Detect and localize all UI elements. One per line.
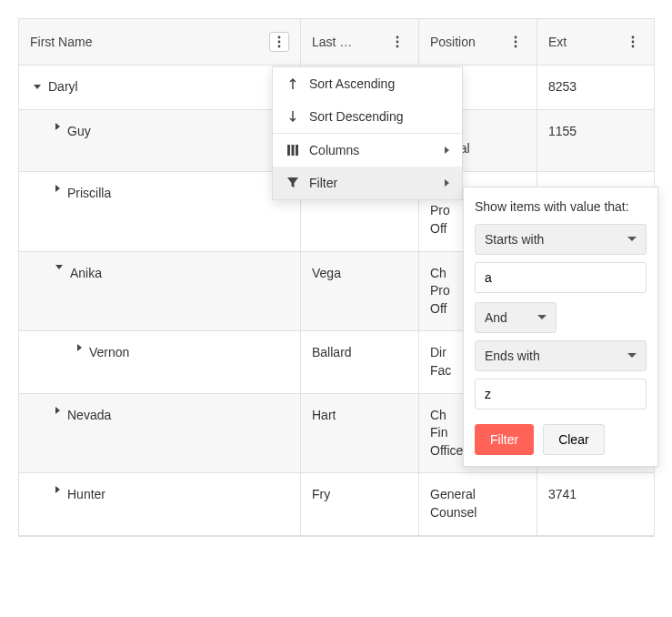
menu-columns[interactable]: Columns (273, 133, 462, 167)
first-name-value: Guy (67, 123, 91, 141)
ext-cell: 3741 (537, 473, 654, 534)
arrow-down-icon (286, 109, 300, 124)
position-value: Ch Pro Off (430, 265, 450, 319)
svg-point-10 (632, 41, 635, 44)
last-name-cell: Vega (301, 252, 419, 331)
expand-icon[interactable] (55, 123, 60, 130)
filter-clear-button[interactable]: Clear (543, 424, 604, 455)
column-menu-button-position[interactable] (506, 32, 526, 52)
filter-instruction: Show items with value that: (475, 198, 647, 217)
filter-operator-2[interactable]: Ends with (475, 340, 647, 371)
svg-point-4 (396, 41, 399, 44)
filter-operator-1[interactable]: Starts with (475, 224, 647, 255)
column-menu: Sort Ascending Sort Descending Columns F… (272, 66, 463, 200)
expand-icon[interactable] (77, 344, 82, 351)
filter-value-1[interactable] (475, 262, 647, 293)
last-name-value: Fry (312, 486, 330, 504)
tree-cell[interactable]: Daryl (19, 66, 301, 109)
tree-cell[interactable]: Hunter (19, 473, 301, 534)
svg-rect-14 (296, 145, 298, 156)
select-value: Starts with (485, 232, 544, 247)
header-label: Position (430, 35, 476, 49)
expand-icon[interactable] (55, 185, 60, 192)
first-name-value: Anika (70, 265, 102, 283)
filter-logic[interactable]: And (475, 302, 557, 333)
menu-sort-desc[interactable]: Sort Descending (273, 100, 462, 133)
kebab-icon (626, 35, 640, 49)
header-ext[interactable]: Ext (537, 19, 654, 65)
header-position[interactable]: Position (419, 19, 537, 65)
header-label: Last … (312, 35, 352, 49)
kebab-icon (390, 35, 405, 49)
tree-cell[interactable]: Nevada (19, 394, 301, 473)
svg-rect-13 (292, 145, 295, 156)
kebab-icon (508, 35, 523, 49)
svg-point-7 (515, 41, 517, 44)
svg-point-8 (515, 46, 517, 48)
columns-icon (286, 143, 300, 157)
ext-cell: 8253 (537, 66, 654, 109)
filter-value-2[interactable] (475, 379, 647, 410)
menu-filter[interactable]: Filter (273, 167, 462, 199)
header-row: First Name Last … Position (19, 19, 654, 66)
last-name-value: Ballard (312, 344, 352, 362)
filter-popup: Show items with value that: Starts with … (463, 187, 658, 467)
first-name-value: Nevada (67, 407, 111, 425)
svg-rect-12 (287, 145, 290, 156)
tree-cell[interactable]: Guy (19, 110, 301, 171)
collapse-icon[interactable] (34, 85, 41, 89)
tree-cell[interactable]: Vernon (19, 331, 301, 392)
expand-icon[interactable] (55, 486, 60, 493)
chevron-down-icon (537, 315, 547, 319)
menu-label: Filter (309, 176, 337, 190)
tree-grid: First Name Last … Position (18, 18, 655, 537)
expand-icon[interactable] (55, 407, 60, 414)
position-value: Dir Fac (430, 344, 451, 379)
position-value: Ch Fin Officer (430, 407, 467, 460)
header-label: Ext (548, 35, 567, 49)
ext-cell: 1155 (537, 110, 654, 171)
last-name-cell: Ballard (301, 331, 419, 392)
header-label: First Name (30, 35, 92, 49)
svg-point-2 (278, 46, 281, 48)
arrow-up-icon (286, 76, 300, 91)
chevron-down-icon (627, 237, 637, 241)
chevron-down-icon (627, 353, 637, 358)
tree-cell[interactable]: Priscilla (19, 172, 301, 251)
svg-point-0 (278, 36, 281, 39)
chevron-right-icon (445, 147, 449, 154)
svg-point-6 (515, 36, 517, 39)
last-name-value: Vega (312, 265, 341, 283)
filter-icon (286, 176, 300, 190)
kebab-icon (272, 35, 286, 49)
column-menu-button-first[interactable] (269, 32, 289, 52)
svg-point-9 (632, 36, 635, 39)
last-name-cell: Hart (301, 394, 419, 473)
table-row: HunterFryGeneral Counsel3741 (19, 473, 654, 535)
svg-point-3 (396, 36, 399, 39)
tree-cell[interactable]: Anika (19, 252, 301, 331)
first-name-value: Daryl (48, 78, 78, 96)
filter-apply-button[interactable]: Filter (475, 424, 534, 455)
header-last-name[interactable]: Last … (301, 19, 419, 65)
svg-point-1 (278, 41, 281, 44)
first-name-value: Hunter (67, 486, 105, 504)
menu-label: Columns (309, 143, 359, 157)
collapse-icon[interactable] (55, 265, 63, 269)
ext-value: 8253 (548, 78, 577, 96)
menu-label: Sort Descending (309, 109, 404, 124)
last-name-cell: Fry (301, 473, 419, 534)
chevron-right-icon (445, 179, 449, 187)
svg-point-5 (396, 46, 399, 48)
column-menu-button-ext[interactable] (623, 32, 643, 52)
position-value: General Counsel (430, 486, 476, 521)
ext-value: 3741 (548, 486, 577, 504)
position-cell: General Counsel (419, 473, 537, 534)
column-menu-button-last[interactable] (387, 32, 407, 52)
first-name-value: Vernon (89, 344, 129, 362)
svg-point-11 (632, 46, 635, 48)
select-value: Ends with (485, 349, 540, 363)
menu-sort-asc[interactable]: Sort Ascending (273, 67, 462, 100)
header-first-name[interactable]: First Name (19, 19, 301, 65)
ext-value: 1155 (548, 123, 577, 141)
